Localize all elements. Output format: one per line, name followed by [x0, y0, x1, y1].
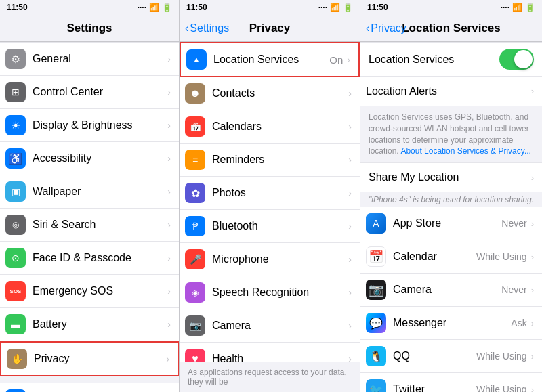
bluetooth-chevron: › [348, 221, 352, 232]
privacy-item-reminders[interactable]: ≡ Reminders › [180, 144, 360, 177]
privacy-item-contacts[interactable]: ☻ Contacts › [180, 77, 360, 110]
app-item-qq[interactable]: 🐧 QQ While Using › [360, 340, 542, 373]
location-alerts-item[interactable]: Location Alerts › [360, 77, 542, 106]
settings-item-emergency-sos[interactable]: SOS Emergency SOS › [0, 275, 179, 308]
calendar-label: Calendar [393, 251, 476, 263]
contacts-icon: ☻ [185, 83, 205, 104]
emergency-chevron: › [167, 286, 171, 297]
privacy-back-label: Settings [190, 22, 229, 35]
privacy-back-button[interactable]: ‹ Settings [185, 22, 229, 35]
photos-label: Photos [212, 187, 348, 199]
app-item-calendar[interactable]: 📅 Calendar While Using › [360, 240, 542, 274]
reminders-chevron: › [348, 154, 352, 165]
speech-label: Speech Recognition [212, 286, 348, 299]
display-icon: ☀ [5, 115, 26, 135]
location-back-label: Privacy [371, 22, 406, 35]
calendar-chevron: › [531, 252, 534, 262]
wallpaper-label: Wallpaper [33, 186, 167, 198]
settings-item-siri[interactable]: ◎ Siri & Search › [0, 209, 179, 242]
location-icon: ▲ [186, 49, 207, 70]
bluetooth-icon: Ᵽ [185, 216, 205, 236]
privacy-item-bluetooth[interactable]: Ᵽ Bluetooth › [180, 210, 360, 243]
location-services-list: Location Services Location Alerts › Loca… [360, 42, 542, 392]
microphone-chevron: › [348, 254, 352, 265]
general-chevron: › [167, 53, 171, 64]
privacy-item-health[interactable]: ♥ Health › [180, 343, 360, 362]
emergency-icon: SOS [5, 281, 26, 301]
location-description-link[interactable]: About Location Services & Privacy... [400, 146, 531, 156]
settings-item-general[interactable]: ⚙ General › [0, 42, 179, 76]
privacy-nav-header: ‹ Settings Privacy [180, 15, 360, 42]
privacy-title: Privacy [249, 22, 291, 35]
camera-app-icon: 📷 [366, 280, 386, 300]
settings-item-display[interactable]: ☀ Display & Brightness › [0, 109, 179, 142]
share-my-location-item[interactable]: Share My Location › [360, 162, 542, 192]
app-item-camera[interactable]: 📷 Camera Never › [360, 274, 542, 307]
share-my-location-label: Share My Location [369, 171, 531, 183]
settings-item-control-center[interactable]: ⊞ Control Center › [0, 76, 179, 109]
settings-item-accessibility[interactable]: ♿ Accessibility › [0, 142, 179, 175]
signal-col3: ···· [501, 3, 509, 12]
back-chevron-icon: ‹ [185, 22, 188, 35]
iphone-sharing-label: "iPhone 4s" is being used for location s… [360, 192, 542, 207]
settings-item-privacy[interactable]: ✋ Privacy › [0, 341, 179, 376]
battery-chevron: › [167, 319, 171, 330]
location-back-button[interactable]: ‹ Privacy [366, 22, 406, 35]
settings-nav-header: Settings [0, 15, 179, 42]
app-store-value: Never [501, 218, 526, 229]
location-title: Location Services [402, 22, 501, 35]
twitter-label: Twitter [393, 383, 476, 392]
contacts-chevron: › [348, 88, 352, 99]
app-item-messenger[interactable]: 💬 Messenger Ask › [360, 307, 542, 340]
wifi-col3: 📶 [512, 3, 522, 12]
privacy-list: ▲ Location Services On › ☻ Contacts › 📅 … [180, 42, 360, 362]
twitter-icon: 🐦 [366, 379, 386, 392]
settings-item-itunes[interactable]: A iTunes & App Store › [0, 383, 179, 392]
siri-chevron: › [167, 219, 171, 230]
qq-icon: 🐧 [366, 346, 386, 366]
privacy-item-calendars[interactable]: 📅 Calendars › [180, 110, 360, 144]
settings-item-battery[interactable]: ▬ Battery › [0, 308, 179, 341]
settings-item-face-id[interactable]: ⊙ Face ID & Passcode › [0, 242, 179, 275]
app-item-app-store[interactable]: A App Store Never › [360, 207, 542, 240]
speech-chevron: › [348, 287, 352, 298]
status-icons-col3: ···· 📶 🔋 [501, 3, 535, 12]
privacy-item-photos[interactable]: ✿ Photos › [180, 177, 360, 210]
battery-label: Battery [33, 318, 167, 330]
camera-app-value: Never [501, 284, 526, 295]
battery-icon: 🔋 [162, 3, 172, 12]
bluetooth-label: Bluetooth [212, 220, 348, 232]
battery-item-icon: ▬ [5, 314, 26, 334]
reminders-label: Reminders [212, 154, 348, 166]
microphone-icon: 🎤 [185, 249, 205, 269]
loc-back-chevron-icon: ‹ [366, 22, 369, 35]
calendars-chevron: › [348, 121, 352, 132]
privacy-item-speech[interactable]: ◈ Speech Recognition › [180, 276, 360, 309]
face-id-chevron: › [167, 253, 171, 263]
calendar-icon: 📅 [366, 246, 386, 267]
photos-icon: ✿ [185, 183, 205, 203]
settings-list: ⚙ General › ⊞ Control Center › ☀ Display… [0, 42, 179, 392]
iphone-sharing-text: "iPhone 4s" is being used for location s… [369, 195, 534, 204]
location-services-toggle[interactable] [499, 49, 534, 70]
photos-chevron: › [348, 188, 352, 198]
share-my-location-chevron: › [531, 173, 534, 183]
wifi-icon: 📶 [149, 3, 159, 12]
settings-item-wallpaper[interactable]: ▣ Wallpaper › [0, 175, 179, 209]
speech-icon: ◈ [185, 282, 205, 303]
emergency-label: Emergency SOS [33, 285, 167, 297]
app-item-twitter[interactable]: 🐦 Twitter While Using › [360, 373, 542, 392]
control-center-chevron: › [167, 87, 171, 97]
itunes-icon: A [5, 389, 26, 392]
general-label: General [33, 53, 167, 65]
time-col3: 11:50 [367, 3, 388, 12]
messenger-icon: 💬 [366, 313, 386, 333]
battery-col2: 🔋 [343, 3, 353, 12]
privacy-item-location-services[interactable]: ▲ Location Services On › [180, 42, 360, 77]
signal-col2: ···· [318, 3, 327, 12]
privacy-item-microphone[interactable]: 🎤 Microphone › [180, 243, 360, 276]
location-services-toggle-label: Location Services [369, 53, 499, 66]
location-services-label: Location Services [213, 53, 329, 66]
location-services-chevron: › [347, 54, 350, 65]
privacy-item-camera[interactable]: 📷 Camera › [180, 309, 360, 343]
